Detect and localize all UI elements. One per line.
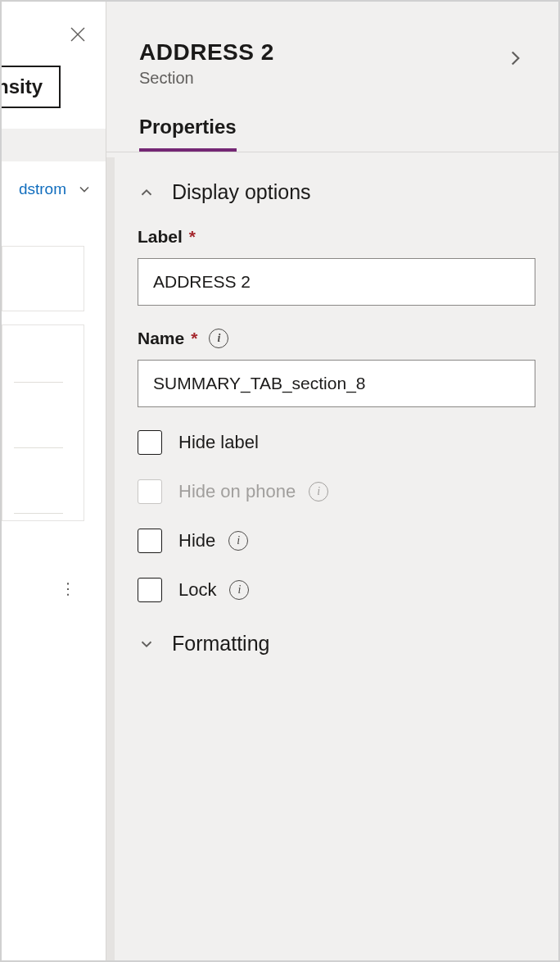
label-text: Lock [178, 579, 216, 601]
section-title: Display options [172, 180, 311, 204]
name-input[interactable] [138, 360, 535, 407]
checkbox-hide[interactable] [138, 529, 162, 553]
section-toggle-display-options[interactable]: Display options [138, 180, 535, 204]
panel-title: ADDRESS 2 [139, 39, 274, 66]
canvas-area: dstrom ⋯ [2, 166, 96, 960]
section-title: Formatting [172, 632, 269, 656]
more-icon[interactable]: ⋯ [59, 581, 79, 597]
info-icon[interactable]: i [309, 482, 328, 501]
section-toggle-formatting[interactable]: Formatting [138, 627, 535, 660]
checkbox-row-lock[interactable]: Lock i [138, 578, 535, 602]
panel-header: ADDRESS 2 Section [106, 2, 558, 88]
checkbox-hide-on-phone [138, 479, 162, 504]
label-text: Name [138, 329, 184, 348]
checkbox-hide-label[interactable] [138, 430, 162, 455]
info-icon[interactable]: i [228, 531, 248, 551]
scrollbar[interactable] [106, 157, 115, 960]
field-label: Label * [138, 227, 535, 247]
density-button[interactable]: nsity [0, 66, 61, 108]
label-input[interactable] [138, 258, 535, 306]
required-indicator: * [189, 227, 196, 247]
field-group-label: Label * [138, 227, 535, 306]
section-display-options: Display options Label * Name * i Hide la… [106, 152, 558, 660]
info-icon[interactable]: i [209, 329, 228, 348]
checkbox-row-hide-on-phone: Hide on phone i [138, 479, 535, 504]
record-link-row[interactable]: dstrom [2, 166, 96, 213]
label-text: Hide [178, 530, 215, 551]
field-placeholder [14, 481, 63, 514]
info-icon[interactable]: i [229, 580, 249, 600]
card-placeholder: ⋯ [2, 324, 84, 521]
divider-strip [2, 129, 106, 161]
checkbox-label: Hide i [178, 530, 248, 551]
record-link[interactable]: dstrom [19, 180, 66, 198]
label-text: Hide label [178, 432, 259, 453]
checkbox-row-hide[interactable]: Hide i [138, 529, 535, 553]
checkbox-label: Hide on phone i [178, 481, 328, 502]
close-icon[interactable] [68, 25, 88, 44]
chevron-right-icon[interactable] [504, 48, 526, 69]
left-panel: nsity dstrom ⋯ [2, 2, 106, 960]
chevron-down-icon [76, 181, 93, 197]
checkbox-row-hide-label[interactable]: Hide label [138, 430, 535, 455]
label-text: Label [138, 227, 183, 247]
field-placeholder [14, 350, 63, 383]
label-text: Hide on phone [178, 481, 296, 502]
checkbox-label: Lock i [178, 579, 249, 601]
tabs-bar: Properties [106, 88, 558, 152]
chevron-up-icon [138, 184, 156, 202]
required-indicator: * [191, 329, 197, 348]
tab-properties[interactable]: Properties [139, 116, 237, 152]
field-label: Name * i [138, 329, 535, 348]
checkbox-label: Hide label [178, 432, 259, 453]
properties-panel: ADDRESS 2 Section Properties Display opt… [106, 2, 558, 960]
panel-subtitle: Section [139, 69, 274, 88]
checkbox-lock[interactable] [138, 578, 162, 602]
field-placeholder [14, 415, 63, 448]
card-placeholder [2, 246, 84, 311]
chevron-down-icon [138, 635, 156, 653]
field-group-name: Name * i [138, 329, 535, 407]
